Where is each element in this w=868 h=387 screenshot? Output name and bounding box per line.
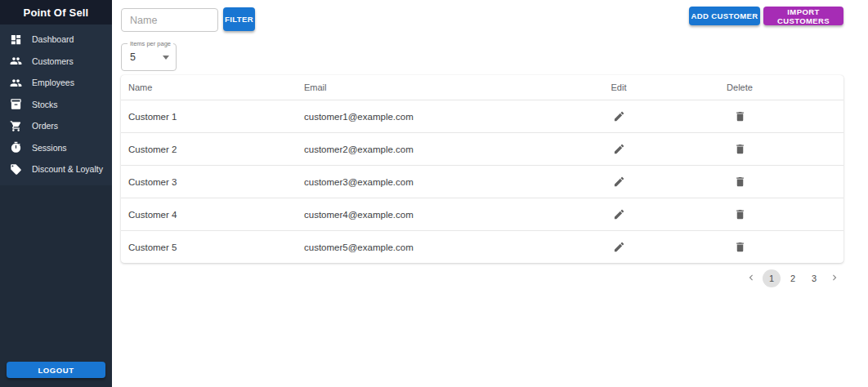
sidebar-nav: Dashboard Customers Employees Stocks	[0, 24, 112, 185]
table-row: Customer 1 customer1@example.com	[121, 100, 843, 132]
edit-button[interactable]	[611, 109, 627, 125]
trash-icon	[734, 176, 746, 188]
edit-button[interactable]	[611, 141, 627, 158]
pencil-icon	[613, 176, 625, 188]
chevron-left-icon	[745, 272, 757, 286]
chevron-down-icon	[163, 56, 169, 60]
name-filter-input[interactable]	[121, 8, 218, 32]
chevron-right-icon	[829, 272, 840, 286]
edit-button[interactable]	[611, 239, 627, 256]
people-icon	[10, 55, 22, 67]
column-header-delete: Delete	[679, 82, 800, 92]
pos-app: Point Of Sell Dashboard Customers Employ…	[0, 0, 868, 387]
items-per-page-select[interactable]: Items per page 5	[121, 43, 177, 71]
sidebar-item-label: Dashboard	[32, 34, 74, 44]
sidebar-item-dashboard[interactable]: Dashboard	[0, 29, 112, 51]
delete-button[interactable]	[732, 239, 748, 256]
customer-email: customer4@example.com	[297, 210, 558, 220]
edit-button[interactable]	[611, 207, 627, 223]
customer-name: Customer 4	[121, 210, 297, 220]
customer-email: customer2@example.com	[297, 145, 558, 154]
items-per-page-value: 5	[130, 51, 136, 63]
table-row: Customer 5 customer5@example.com	[121, 230, 843, 263]
customers-table: Name Email Edit Delete Customer 1 custom…	[121, 75, 843, 263]
column-header-email: Email	[297, 82, 558, 92]
trash-icon	[734, 110, 746, 122]
timer-icon	[10, 141, 22, 153]
import-customers-button[interactable]: IMPORT CUSTOMERS	[763, 7, 843, 25]
tag-icon	[10, 163, 22, 176]
customer-name: Customer 3	[121, 177, 297, 187]
previous-page-button[interactable]	[743, 270, 759, 287]
customer-name: Customer 1	[121, 112, 297, 122]
items-per-page-label: Items per page	[128, 40, 173, 47]
customer-email: customer5@example.com	[297, 242, 558, 252]
trash-icon	[734, 241, 746, 253]
pencil-icon	[613, 110, 625, 122]
sidebar-item-discount-loyalty[interactable]: Discount & Loyalty	[0, 158, 112, 180]
column-header-name: Name	[121, 82, 297, 92]
sidebar: Point Of Sell Dashboard Customers Employ…	[0, 0, 112, 387]
pagination: 1 2 3	[743, 269, 843, 287]
sidebar-item-stocks[interactable]: Stocks	[0, 94, 112, 116]
sidebar-header: Point Of Sell	[0, 0, 112, 24]
inventory-icon	[10, 98, 22, 110]
column-header-edit: Edit	[558, 82, 679, 92]
sidebar-item-label: Orders	[32, 121, 58, 131]
page-button-1[interactable]: 1	[763, 269, 781, 287]
edit-button[interactable]	[611, 174, 627, 190]
sidebar-item-label: Discount & Loyalty	[32, 164, 103, 174]
delete-button[interactable]	[732, 174, 748, 190]
filter-button[interactable]: FILTER	[223, 7, 255, 31]
sidebar-item-label: Stocks	[32, 100, 58, 109]
customer-name: Customer 5	[121, 242, 297, 252]
people-icon	[10, 77, 22, 89]
page-button-2[interactable]: 2	[784, 269, 802, 287]
customer-name: Customer 2	[121, 145, 297, 154]
cart-icon	[10, 120, 22, 132]
sidebar-item-label: Sessions	[32, 143, 67, 153]
delete-button[interactable]	[732, 207, 748, 223]
customer-email: customer3@example.com	[297, 177, 558, 187]
table-row: Customer 4 customer4@example.com	[121, 198, 843, 230]
pencil-icon	[613, 208, 625, 220]
table-row: Customer 3 customer3@example.com	[121, 165, 843, 198]
sidebar-item-label: Customers	[32, 56, 74, 66]
app-title: Point Of Sell	[24, 7, 89, 19]
page-button-3[interactable]: 3	[805, 269, 823, 287]
table-row: Customer 2 customer2@example.com	[121, 132, 843, 165]
sidebar-item-customers[interactable]: Customers	[0, 51, 112, 73]
add-customer-button[interactable]: ADD CUSTOMER	[689, 7, 760, 25]
pencil-icon	[613, 241, 625, 253]
pencil-icon	[613, 143, 625, 155]
logout-button[interactable]: LOGOUT	[7, 362, 105, 378]
sidebar-item-label: Employees	[32, 78, 74, 87]
table-header-row: Name Email Edit Delete	[121, 75, 843, 100]
next-page-button[interactable]	[826, 270, 843, 287]
sidebar-item-orders[interactable]: Orders	[0, 115, 112, 137]
trash-icon	[734, 143, 746, 155]
dashboard-icon	[10, 33, 22, 46]
trash-icon	[734, 208, 746, 220]
delete-button[interactable]	[732, 141, 748, 158]
customer-email: customer1@example.com	[297, 112, 558, 122]
delete-button[interactable]	[732, 109, 748, 125]
sidebar-item-employees[interactable]: Employees	[0, 72, 112, 94]
sidebar-item-sessions[interactable]: Sessions	[0, 137, 112, 159]
